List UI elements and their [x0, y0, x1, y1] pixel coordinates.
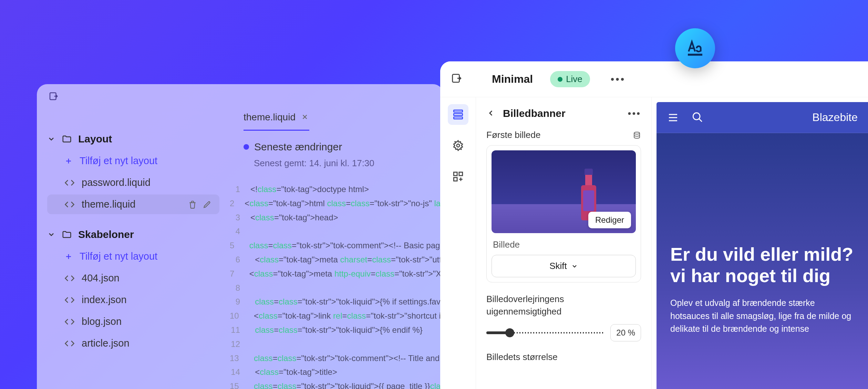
change-indicator-dot [244, 144, 249, 150]
line-number: 7 [230, 267, 245, 281]
code-icon [64, 199, 75, 210]
image-preview[interactable]: Rediger [492, 150, 636, 233]
code-line: 2<class="tok-tag">html class=class="tok-… [230, 197, 443, 211]
menu-icon[interactable] [667, 111, 679, 124]
back-icon[interactable] [486, 109, 496, 118]
file-item-password[interactable]: password.liquid [47, 173, 219, 192]
tree-section-header-layout[interactable]: Layout [47, 129, 219, 149]
section-more-menu[interactable]: ••• [628, 108, 641, 119]
line-content: class=class="tok-str">"tok-liquid">{{ pa… [249, 379, 443, 389]
file-name: blog.json [82, 316, 213, 327]
code-line: 3<class="tok-tag">head> [230, 211, 443, 225]
line-number: 10 [230, 309, 249, 323]
code-line: 9 class=class="tok-str">"tok-liquid">{% … [230, 295, 443, 309]
add-layout-label: Tilføj et nyt layout [80, 155, 213, 167]
line-number: 3 [230, 211, 250, 225]
apps-icon[interactable] [448, 166, 468, 187]
slider-thumb[interactable] [505, 328, 514, 337]
settings-icon[interactable] [448, 135, 468, 156]
svg-rect-4 [454, 117, 463, 119]
edit-image-button[interactable]: Rediger [588, 212, 631, 228]
file-item-404[interactable]: 404.json [47, 268, 219, 288]
file-name: theme.liquid [82, 199, 180, 210]
opacity-value-box[interactable]: 20 % [610, 324, 641, 341]
file-name: index.json [82, 294, 213, 306]
exit-icon[interactable] [451, 72, 464, 86]
line-content: <class="tok-tag">html class=class="tok-s… [245, 197, 443, 211]
settings-header: Billedbanner ••• [486, 108, 641, 130]
svg-rect-6 [454, 172, 457, 176]
mobile-header-left [667, 111, 704, 124]
line-number: 9 [230, 295, 250, 309]
theme-name: Minimal [492, 73, 533, 86]
line-number: 15 [230, 379, 249, 389]
section-title: Billedbanner [503, 108, 621, 119]
code-line: 8 [230, 281, 443, 295]
edit-icon[interactable] [202, 199, 213, 210]
file-tree: Layout Tilføj et nyt layout password.liq… [37, 129, 230, 363]
plus-icon [64, 157, 73, 165]
code-editor-view: theme.liquid Seneste ændringer Senest ge… [230, 105, 443, 389]
file-item-theme[interactable]: theme.liquid [47, 194, 219, 214]
code-line: 7 <class="tok-tag">meta http-equiv=class… [230, 267, 443, 281]
more-menu[interactable]: ••• [611, 73, 626, 85]
code-line: 12 [230, 337, 443, 351]
typography-badge[interactable] [675, 28, 715, 68]
sections-icon[interactable] [448, 104, 468, 125]
recent-changes[interactable]: Seneste ændringer Senest gemt: 14. juni … [230, 131, 443, 176]
theme-header: Minimal Live ••• [440, 61, 868, 97]
add-layout-item[interactable]: Tilføj et nyt layout [47, 151, 219, 171]
folder-icon [62, 229, 72, 240]
brand-name[interactable]: Blazebite [812, 111, 858, 124]
tree-section-layout: Layout Tilføj et nyt layout password.liq… [47, 129, 219, 214]
tab-label: theme.liquid [244, 112, 296, 123]
line-content: <class="tok-tag">link rel=class="tok-str… [249, 309, 443, 323]
plus-icon [64, 252, 73, 261]
change-image-button[interactable]: Skift [492, 255, 636, 277]
code-line: 5 class=class="tok-str">"tok-comment"><!… [230, 239, 443, 253]
code-area[interactable]: 1<!class="tok-tag">doctype html>2<class=… [230, 176, 443, 389]
status-dot [558, 77, 562, 82]
line-number: 6 [230, 253, 250, 267]
close-icon[interactable] [301, 113, 309, 121]
hero-area: Er du vild eller mild? vi har noget til … [657, 133, 868, 389]
file-item-index[interactable]: index.json [47, 290, 219, 310]
opacity-label: Billedoverlejringens uigennemsigtighed [486, 293, 641, 318]
delete-icon[interactable] [187, 199, 198, 210]
line-content: class=class="tok-str">"tok-comment"><!--… [249, 351, 443, 366]
preview-column: Blazebite Er du vild eller mild? vi har … [652, 97, 868, 389]
dynamic-source-icon[interactable] [633, 131, 641, 139]
opacity-slider[interactable] [486, 332, 603, 333]
settings-column: Billedbanner ••• Første billede Rediger … [476, 97, 652, 389]
line-content: <!class="tok-tag">doctype html> [250, 182, 369, 197]
code-icon [64, 178, 75, 188]
line-number: 4 [230, 225, 250, 239]
image-size-label: Billedets størrelse [486, 352, 641, 362]
change-button-label: Skift [549, 261, 567, 271]
code-icon [64, 273, 75, 283]
code-line: 15 class=class="tok-str">"tok-liquid">{{… [230, 379, 443, 389]
code-icon [64, 338, 75, 349]
file-item-article[interactable]: article.json [47, 333, 219, 353]
file-item-blog[interactable]: blog.json [47, 312, 219, 331]
theme-editor-panel: Minimal Live ••• Billedbanner ••• Første… [440, 61, 868, 389]
opacity-unit: % [628, 328, 635, 337]
line-content: <class="tok-tag">meta charset=class="tok… [250, 253, 443, 267]
editor-tab-theme[interactable]: theme.liquid [244, 105, 309, 131]
tree-section-header-templates[interactable]: Skabeloner [47, 225, 219, 245]
recent-changes-header: Seneste ændringer [244, 141, 443, 153]
svg-point-10 [693, 113, 700, 120]
first-image-label-row: Første billede [486, 130, 641, 140]
code-line: 14 <class="tok-tag">title> [230, 365, 443, 379]
add-template-item[interactable]: Tilføj et nyt layout [47, 247, 219, 266]
exit-icon[interactable] [47, 90, 60, 102]
code-line: 11 class=class="tok-str">"tok-liquid">{%… [230, 323, 443, 337]
line-content: <class="tok-tag">meta http-equiv=class="… [245, 267, 443, 281]
svg-rect-7 [459, 172, 462, 176]
section-title: Layout [78, 133, 112, 145]
search-icon[interactable] [692, 111, 704, 124]
mobile-preview: Blazebite Er du vild eller mild? vi har … [657, 102, 868, 389]
line-number: 1 [230, 182, 250, 197]
code-editor-panel: Layout Tilføj et nyt layout password.liq… [37, 84, 443, 389]
line-number: 2 [230, 197, 245, 211]
